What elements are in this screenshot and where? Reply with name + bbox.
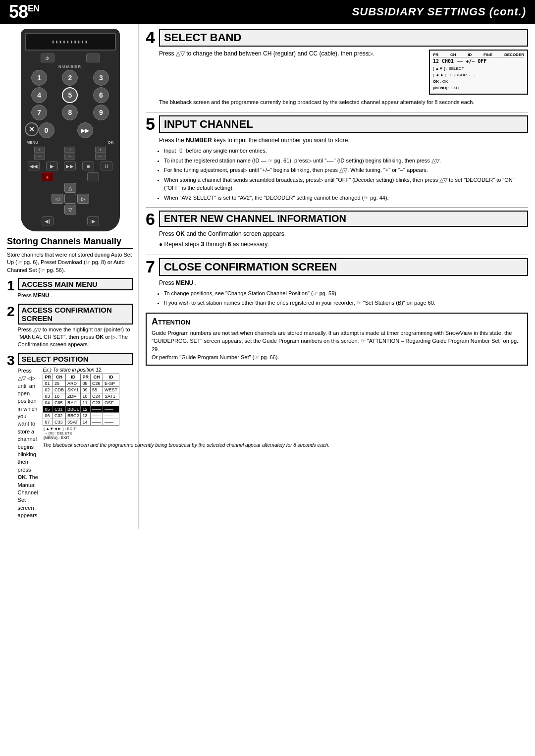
- table-row: 0310ZDF10C24SAT1: [43, 393, 119, 399]
- minus-btn-1[interactable]: −: [34, 154, 45, 160]
- table-row: 0125ARD08C26E-SP: [43, 380, 119, 386]
- step6-block: 6 Enter New Channel Information Press OK…: [146, 211, 528, 251]
- record-btn[interactable]: ●: [42, 172, 54, 181]
- remote-btn-4[interactable]: 4: [31, 87, 47, 103]
- step7-bullets: To change positions, see "Change Station…: [164, 289, 528, 307]
- remote-btn-0[interactable]: 0: [39, 122, 54, 138]
- remote-x-btn[interactable]: ✕: [25, 122, 39, 136]
- bullet-item: To change positions, see "Change Station…: [164, 289, 528, 298]
- remote-btn-7[interactable]: 7: [31, 105, 47, 120]
- bullet-item: When "AV2 SELECT" is set to "AV2", the "…: [164, 194, 528, 202]
- attention-title: Attention: [152, 317, 522, 327]
- minus-btn-2[interactable]: −: [64, 154, 75, 160]
- plus-btn-2[interactable]: +: [64, 147, 75, 153]
- step4-heading: Select Band: [159, 29, 528, 47]
- pm-group-1: + −: [34, 147, 45, 160]
- remote-btn-5[interactable]: 5: [62, 87, 78, 103]
- divider-3: [146, 255, 528, 255]
- remote-misc-btn[interactable]: ···: [86, 54, 100, 62]
- plus-btn-1[interactable]: +: [34, 147, 45, 153]
- center-arrow-btn[interactable]: [64, 194, 76, 204]
- step2-heading: Access Confirmation Screen: [18, 304, 133, 324]
- right-arrow-btn[interactable]: ▷: [77, 194, 89, 204]
- remote-control: ▮▮▮▮▮▮▮▮▮▮ ⏻ ··· NUMBER 1 2 3 4 5 6 7: [21, 29, 120, 231]
- step6-content: Enter New Channel Information Press OK a…: [159, 211, 528, 251]
- band-display-values: 12CH01——+/—OFF: [433, 58, 524, 64]
- divider-2: [146, 207, 528, 208]
- play-btn[interactable]: ▶: [46, 162, 58, 170]
- step5-desc: Press the NUMBER keys to input the chann…: [159, 136, 528, 145]
- step5-heading: Input Channel: [159, 115, 528, 133]
- remote-btn-3[interactable]: 3: [93, 70, 109, 86]
- remote-extra-btn[interactable]: ▶▶: [77, 122, 93, 138]
- remote-btn-9[interactable]: 9: [93, 105, 109, 120]
- bullet-item: To input the registered station name (ID…: [164, 157, 528, 165]
- step5-number: 5: [146, 115, 155, 132]
- step4-note: The blueback screen and the programme cu…: [159, 97, 528, 106]
- next-btn[interactable]: |▶: [87, 216, 99, 225]
- remote-btn-6[interactable]: 6: [93, 87, 109, 103]
- attention-text: Guide Program numbers are not set when c…: [152, 329, 522, 362]
- divider-1: [146, 112, 528, 112]
- step2-content: Access Confirmation Screen Press △▽ to m…: [18, 304, 133, 349]
- rewind-btn[interactable]: ◀◀: [28, 162, 40, 170]
- step7-heading: Close Confirmation Screen: [159, 258, 528, 276]
- bullet-item: Input "0" before any single number entri…: [164, 147, 528, 155]
- remote-menu-row: MENU OK: [25, 140, 116, 145]
- band-display-header: PRCHIDFINEDECODER: [433, 53, 524, 57]
- down-arrow-btn[interactable]: ▽: [64, 205, 76, 215]
- table-row: 06C32BBC213————: [43, 412, 119, 419]
- remote-power-btn[interactable]: ⏻: [41, 54, 54, 62]
- step3-number: 3: [7, 354, 15, 368]
- remote-display: ▮▮▮▮▮▮▮▮▮▮: [25, 33, 116, 51]
- remote-transport: ◀◀ ▶ ▶▶ ■ ⏸: [25, 162, 116, 170]
- prev-btn[interactable]: ◀|: [42, 216, 54, 225]
- up-arrow-btn[interactable]: △: [64, 183, 76, 193]
- remote-bottom-nav: ◀| |▶: [25, 216, 116, 225]
- step4-block: 4 Select Band PRCHIDFINEDECODER 12CH01——…: [146, 29, 528, 108]
- storing-channels-title: Storing Channels Manually: [7, 236, 133, 249]
- step4-number: 4: [146, 29, 155, 46]
- arrow-pad: △ ◁ ▷ ▽: [52, 183, 89, 215]
- main-content: ▮▮▮▮▮▮▮▮▮▮ ⏻ ··· NUMBER 1 2 3 4 5 6 7: [0, 24, 535, 529]
- remote-btn-2[interactable]: 2: [62, 70, 78, 86]
- band-display-box: PRCHIDFINEDECODER 12CH01——+/—OFF [ ▲▼ ] …: [429, 50, 528, 95]
- stop-btn[interactable]: ■: [82, 162, 94, 170]
- remote-record-row: ● ·: [25, 172, 116, 181]
- step6-number: 6: [146, 211, 155, 227]
- step1-content: Access Main Menu Press MENU .: [18, 278, 133, 299]
- remote-arrows: △ ◁ ▷ ▽: [25, 183, 116, 215]
- left-arrow-btn[interactable]: ◁: [52, 194, 63, 204]
- step7-block: 7 Close Confirmation Screen Press MENU .…: [146, 258, 528, 309]
- pm-group-3: + −: [95, 147, 106, 160]
- step7-desc: Press MENU .: [159, 279, 528, 287]
- header-title: SUBSIDIARY SETTINGS (cont.): [352, 5, 526, 18]
- remote-container: ▮▮▮▮▮▮▮▮▮▮ ⏻ ··· NUMBER 1 2 3 4 5 6 7: [7, 29, 133, 231]
- table-row-highlighted: 05C31BBC112————: [43, 406, 119, 412]
- step6-desc: Press OK and the Confirmation screen app…: [159, 230, 528, 238]
- plus-btn-3[interactable]: +: [95, 147, 106, 153]
- pause-btn[interactable]: ⏸: [101, 162, 112, 170]
- left-column: ▮▮▮▮▮▮▮▮▮▮ ⏻ ··· NUMBER 1 2 3 4 5 6 7: [0, 24, 139, 529]
- remote-top-buttons: ⏻ ···: [25, 54, 116, 62]
- step5-block: 5 Input Channel Press the NUMBER keys to…: [146, 115, 528, 203]
- ffwd-btn[interactable]: ▶▶: [64, 162, 76, 170]
- step5-bullets: Input "0" before any single number entri…: [164, 147, 528, 202]
- table-row: 07C333SAT14————: [43, 419, 119, 425]
- step3-content: Select Position Press △▽ ◁▷ until an ope…: [18, 353, 133, 520]
- step3-left-text: Press △▽ ◁▷ until an open position in wh…: [18, 367, 39, 520]
- right-column: 4 Select Band PRCHIDFINEDECODER 12CH01——…: [139, 24, 535, 529]
- step2-number: 2: [7, 305, 15, 319]
- remote-btn-8[interactable]: 8: [62, 105, 78, 120]
- step1-body: Press MENU .: [18, 292, 133, 299]
- minus-btn-3[interactable]: −: [95, 154, 106, 160]
- table-legend: [ ▲▼◄► ] : EDIT → [X] : DELETE [MENU] : …: [43, 425, 119, 440]
- table-row: 02CDBSKY10955WEST: [43, 386, 119, 393]
- step7-content: Close Confirmation Screen Press MENU . T…: [159, 258, 528, 309]
- step4-body: PRCHIDFINEDECODER 12CH01——+/—OFF [ ▲▼ ] …: [159, 50, 528, 108]
- step3-block: 3 Select Position Press △▽ ◁▷ until an o…: [7, 353, 133, 520]
- step6-heading: Enter New Channel Information: [159, 211, 528, 227]
- remote-btn-1[interactable]: 1: [31, 70, 47, 86]
- step1-heading: Access Main Menu: [18, 278, 133, 290]
- dot-btn[interactable]: ·: [87, 172, 99, 181]
